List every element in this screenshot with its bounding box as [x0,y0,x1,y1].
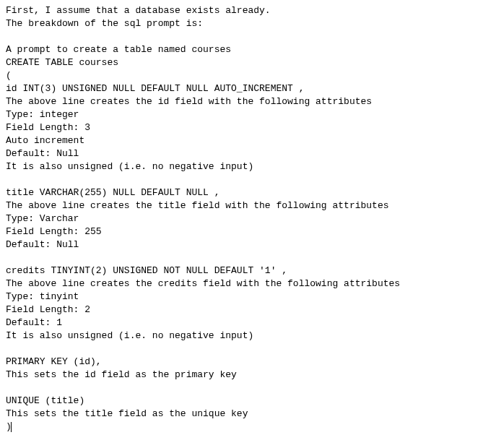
text-line: Default: Null [6,238,490,251]
text-cursor [11,422,12,432]
text-line: The above line creates the id field with… [6,95,490,108]
text-line [6,251,490,264]
text-line [6,343,490,356]
text-line: Field Length: 255 [6,225,490,238]
text-line: PRIMARY KEY (id), [6,356,490,369]
text-line: Type: Varchar [6,212,490,225]
text-line: credits TINYINT(2) UNSIGNED NOT NULL DEF… [6,264,490,277]
text-line: Field Length: 3 [6,121,490,134]
text-line: Default: 1 [6,316,490,329]
text-line: Auto increment [6,134,490,147]
text-line: The breakdown of the sql prompt is: [6,17,490,30]
text-line: UNIQUE (title) [6,395,490,408]
text-line [6,173,490,186]
text-line: ( [6,69,490,82]
text-line: Type: integer [6,108,490,121]
text-line: This sets the id field as the primary ke… [6,369,490,382]
text-line: First, I assume that a database exists a… [6,4,490,17]
document-body: First, I assume that a database exists a… [6,4,490,434]
text-line: CREATE TABLE courses [6,56,490,69]
text-line: It is also unsigned (i.e. no negative in… [6,160,490,173]
text-line: It is also unsigned (i.e. no negative in… [6,329,490,343]
text-line [6,382,490,395]
text-line: The above line creates the credits field… [6,277,490,290]
text-line: This sets the title field as the unique … [6,408,490,421]
text-line: A prompt to create a table named courses [6,43,490,56]
text-line: The above line creates the title field w… [6,199,490,212]
text-line: title VARCHAR(255) NULL DEFAULT NULL , [6,186,490,199]
text-line [6,30,490,43]
text-line: Field Length: 2 [6,303,490,316]
text-line: ) [6,421,490,434]
text-line: Type: tinyint [6,290,490,303]
text-line: id INT(3) UNSIGNED NULL DEFAULT NULL AUT… [6,82,490,95]
text-line: Default: Null [6,147,490,160]
